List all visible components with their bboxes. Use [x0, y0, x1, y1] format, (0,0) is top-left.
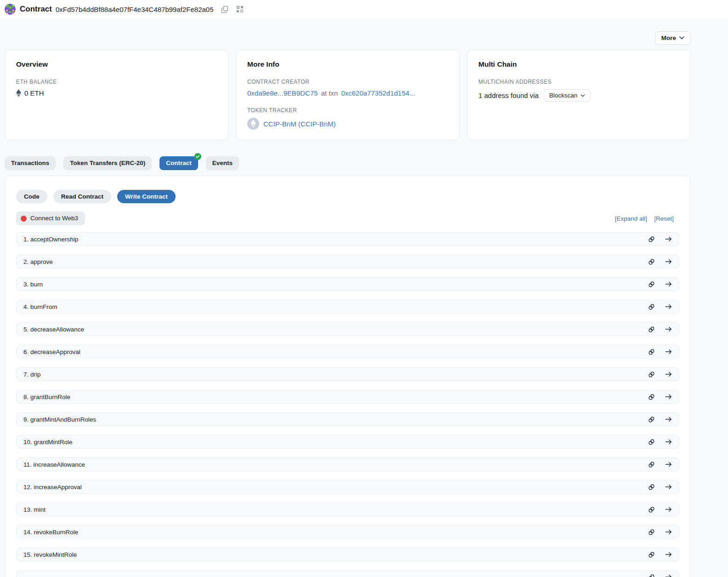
method-expand-arrow-icon[interactable] [665, 506, 672, 513]
method-permalink-icon[interactable] [648, 258, 655, 265]
contract-subtabs: Code Read Contract Write Contract [16, 190, 679, 204]
contract-address: 0xFd57b4ddBf88a4e07fF4e34C487b99af2Fe82a… [56, 6, 214, 13]
connect-to-web3-label: Connect to Web3 [30, 215, 78, 222]
chevron-down-icon [580, 94, 585, 97]
method-row-partial[interactable] [16, 570, 679, 577]
subtab-code[interactable]: Code [16, 190, 47, 204]
method-row[interactable]: 14. revokeBurnRole [16, 525, 679, 539]
method-permalink-icon[interactable] [648, 484, 655, 491]
more-button[interactable]: More [655, 31, 691, 45]
method-row[interactable]: 6. decreaseApproval [16, 345, 679, 359]
method-permalink-icon[interactable] [648, 551, 655, 558]
method-row[interactable]: 2. approve [16, 255, 679, 269]
method-row[interactable]: 9. grantMintAndBurnRoles [16, 412, 679, 426]
method-name: 12. increaseApproval [23, 484, 648, 491]
method-name: 15. revokeMintRole [23, 551, 648, 558]
method-expand-arrow-icon[interactable] [665, 236, 672, 242]
verified-check-badge [194, 153, 201, 160]
blockscan-dropdown-label: Blockscan [549, 92, 578, 99]
method-name: 2. approve [23, 258, 648, 265]
ethereum-icon [16, 89, 21, 97]
method-expand-arrow-icon[interactable] [665, 574, 672, 577]
method-permalink-icon[interactable] [648, 281, 655, 288]
method-permalink-icon[interactable] [648, 416, 655, 423]
token-logo-icon [247, 118, 259, 130]
creator-address-link[interactable]: 0xda9e8e...9EB9DC75 [247, 89, 318, 97]
method-name: 11. increaseAllowance [23, 461, 648, 468]
method-name: 6. decreaseApproval [23, 348, 648, 355]
method-row[interactable]: 11. increaseAllowance [16, 457, 679, 471]
overview-card: Overview ETH BALANCE 0 ETH [5, 50, 228, 140]
method-permalink-icon[interactable] [648, 348, 655, 355]
connect-to-web3-button[interactable]: Connect to Web3 [16, 211, 85, 225]
method-row[interactable]: 10. grantMintRole [16, 435, 679, 449]
qr-code-icon[interactable] [236, 6, 244, 13]
method-permalink-icon[interactable] [648, 461, 655, 468]
chevron-down-icon [679, 36, 684, 40]
method-row[interactable]: 1. acceptOwnership [16, 232, 679, 246]
method-name: 10. grantMintRole [23, 439, 648, 446]
method-permalink-icon[interactable] [648, 439, 655, 446]
tab-transactions[interactable]: Transactions [5, 156, 56, 170]
method-expand-arrow-icon[interactable] [665, 281, 672, 287]
method-name: 13. mint [23, 506, 648, 513]
tab-events[interactable]: Events [206, 156, 239, 170]
method-name: 7. drip [23, 371, 648, 378]
method-expand-arrow-icon[interactable] [665, 303, 672, 310]
method-row[interactable]: 4. burnFrom [16, 300, 679, 314]
creator-txn-link[interactable]: 0xc620a77352d1d154... [341, 89, 415, 97]
method-expand-arrow-icon[interactable] [665, 439, 672, 445]
method-expand-arrow-icon[interactable] [665, 416, 672, 423]
method-permalink-icon[interactable] [648, 326, 655, 333]
token-tracker-link[interactable]: CCIP-BnM (CCIP-BnM) [263, 120, 336, 128]
method-permalink-icon[interactable] [648, 529, 655, 536]
method-name: 5. decreaseAllowance [23, 326, 648, 333]
method-expand-arrow-icon[interactable] [665, 371, 672, 377]
method-permalink-icon[interactable] [648, 236, 655, 243]
contract-blockie-avatar [5, 4, 16, 15]
method-name: 4. burnFrom [23, 303, 648, 310]
tab-contract[interactable]: Contract [159, 156, 198, 170]
method-permalink-icon[interactable] [648, 371, 655, 378]
contract-creator-label: CONTRACT CREATOR [247, 79, 448, 85]
method-name: 8. grantBurnRole [23, 394, 648, 400]
more-info-card-title: More Info [247, 60, 448, 69]
method-row[interactable]: 15. revokeMintRole [16, 548, 679, 561]
more-info-card: More Info CONTRACT CREATOR 0xda9e8e...9E… [236, 50, 460, 140]
subtab-write-contract[interactable]: Write Contract [117, 190, 176, 204]
method-permalink-icon[interactable] [648, 574, 655, 577]
creator-connector-text: at txn [321, 89, 338, 97]
token-tracker-label: TOKEN TRACKER [247, 107, 448, 114]
method-row[interactable]: 13. mint [16, 503, 679, 516]
main-tabs: Transactions Token Transfers (ERC-20) Co… [5, 156, 691, 170]
method-expand-arrow-icon[interactable] [665, 326, 672, 332]
blockscan-dropdown[interactable]: Blockscan [544, 89, 591, 102]
method-row[interactable]: 12. increaseApproval [16, 480, 679, 494]
method-permalink-icon[interactable] [648, 394, 655, 400]
topbar: Contract 0xFd57b4ddBf88a4e07fF4e34C487b9… [0, 0, 728, 18]
method-expand-arrow-icon[interactable] [665, 258, 672, 265]
method-expand-arrow-icon[interactable] [665, 461, 672, 468]
method-expand-arrow-icon[interactable] [665, 551, 672, 558]
method-expand-arrow-icon[interactable] [665, 394, 672, 400]
tab-token-transfers[interactable]: Token Transfers (ERC-20) [63, 156, 152, 170]
method-name: 9. grantMintAndBurnRoles [23, 416, 648, 423]
method-row[interactable]: 7. drip [16, 367, 679, 381]
method-permalink-icon[interactable] [648, 506, 655, 513]
contract-panel: Code Read Contract Write Contract Connec… [5, 176, 691, 577]
expand-all-link[interactable]: [Expand all] [615, 215, 648, 222]
method-row[interactable]: 5. decreaseAllowance [16, 322, 679, 336]
copy-address-icon[interactable] [221, 6, 229, 13]
method-expand-arrow-icon[interactable] [665, 348, 672, 355]
multichain-card-title: Multi Chain [478, 60, 679, 69]
reset-link[interactable]: [Reset] [654, 215, 674, 222]
method-expand-arrow-icon[interactable] [665, 529, 672, 535]
method-row[interactable]: 3. burn [16, 277, 679, 291]
overview-card-title: Overview [16, 60, 217, 69]
method-row[interactable]: 8. grantBurnRole [16, 390, 679, 404]
method-name: 1. acceptOwnership [23, 236, 648, 243]
subtab-read-contract[interactable]: Read Contract [53, 190, 111, 204]
method-permalink-icon[interactable] [648, 303, 655, 310]
connection-status-dot-icon [21, 216, 27, 222]
method-expand-arrow-icon[interactable] [665, 484, 672, 490]
